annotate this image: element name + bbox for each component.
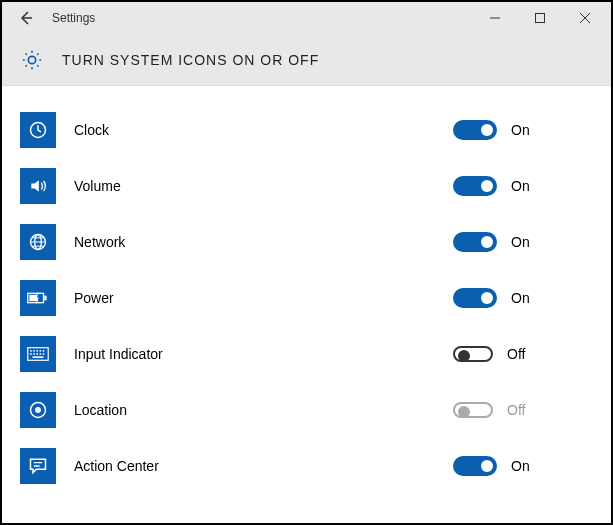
svg-rect-12 bbox=[43, 350, 45, 352]
svg-rect-15 bbox=[36, 353, 38, 355]
volume-icon bbox=[20, 168, 56, 204]
svg-point-20 bbox=[35, 407, 41, 413]
svg-rect-9 bbox=[33, 350, 35, 352]
svg-rect-6 bbox=[44, 296, 46, 301]
minimize-button[interactable] bbox=[472, 2, 517, 34]
power-icon bbox=[20, 280, 56, 316]
toggle-state-label-power: On bbox=[511, 290, 530, 306]
toggle-wrap-input-indicator: Off bbox=[453, 346, 593, 362]
clock-icon bbox=[20, 112, 56, 148]
svg-rect-8 bbox=[30, 350, 32, 352]
toggle-wrap-power: On bbox=[453, 288, 593, 308]
toggle-action-center[interactable] bbox=[453, 456, 497, 476]
svg-rect-13 bbox=[30, 353, 32, 355]
setting-row-power: PowerOn bbox=[20, 270, 593, 326]
page-header: TURN SYSTEM ICONS ON OR OFF bbox=[2, 34, 611, 86]
settings-gear-icon bbox=[20, 48, 44, 72]
page-title: TURN SYSTEM ICONS ON OR OFF bbox=[62, 52, 319, 68]
setting-label-clock: Clock bbox=[74, 122, 453, 138]
setting-label-volume: Volume bbox=[74, 178, 453, 194]
setting-row-input-indicator: Input IndicatorOff bbox=[20, 326, 593, 382]
toggle-input-indicator[interactable] bbox=[453, 346, 493, 362]
minimize-icon bbox=[490, 13, 500, 23]
close-button[interactable] bbox=[562, 2, 607, 34]
setting-row-clock: ClockOn bbox=[20, 102, 593, 158]
toggle-wrap-volume: On bbox=[453, 176, 593, 196]
maximize-icon bbox=[535, 13, 545, 23]
message-icon bbox=[20, 448, 56, 484]
toggle-wrap-network: On bbox=[453, 232, 593, 252]
toggle-state-label-network: On bbox=[511, 234, 530, 250]
toggle-state-label-clock: On bbox=[511, 122, 530, 138]
svg-rect-17 bbox=[43, 353, 45, 355]
maximize-button[interactable] bbox=[517, 2, 562, 34]
svg-rect-14 bbox=[33, 353, 35, 355]
close-icon bbox=[580, 13, 590, 23]
toggle-wrap-location: Off bbox=[453, 402, 593, 418]
toggle-network[interactable] bbox=[453, 232, 497, 252]
toggle-location bbox=[453, 402, 493, 418]
svg-rect-18 bbox=[33, 356, 44, 358]
setting-row-action-center: Action CenterOn bbox=[20, 438, 593, 494]
svg-rect-10 bbox=[36, 350, 38, 352]
toggle-state-label-action-center: On bbox=[511, 458, 530, 474]
toggle-clock[interactable] bbox=[453, 120, 497, 140]
toggle-wrap-clock: On bbox=[453, 120, 593, 140]
toggle-wrap-action-center: On bbox=[453, 456, 593, 476]
arrow-left-icon bbox=[18, 10, 34, 26]
setting-label-action-center: Action Center bbox=[74, 458, 453, 474]
window-title: Settings bbox=[52, 11, 472, 25]
toggle-state-label-input-indicator: Off bbox=[507, 346, 525, 362]
svg-rect-0 bbox=[535, 14, 544, 23]
setting-row-location: LocationOff bbox=[20, 382, 593, 438]
svg-rect-16 bbox=[40, 353, 42, 355]
back-button[interactable] bbox=[6, 2, 46, 34]
svg-rect-11 bbox=[40, 350, 42, 352]
window-controls bbox=[472, 2, 607, 34]
toggle-volume[interactable] bbox=[453, 176, 497, 196]
setting-label-network: Network bbox=[74, 234, 453, 250]
settings-list[interactable]: ClockOnVolumeOnNetworkOnPowerOnInput Ind… bbox=[2, 88, 611, 521]
keyboard-icon bbox=[20, 336, 56, 372]
setting-row-network: NetworkOn bbox=[20, 214, 593, 270]
setting-label-power: Power bbox=[74, 290, 453, 306]
toggle-state-label-location: Off bbox=[507, 402, 525, 418]
setting-row-volume: VolumeOn bbox=[20, 158, 593, 214]
toggle-power[interactable] bbox=[453, 288, 497, 308]
setting-label-location: Location bbox=[74, 402, 453, 418]
location-icon bbox=[20, 392, 56, 428]
setting-label-input-indicator: Input Indicator bbox=[74, 346, 453, 362]
toggle-state-label-volume: On bbox=[511, 178, 530, 194]
network-icon bbox=[20, 224, 56, 260]
title-bar: Settings bbox=[2, 2, 611, 34]
